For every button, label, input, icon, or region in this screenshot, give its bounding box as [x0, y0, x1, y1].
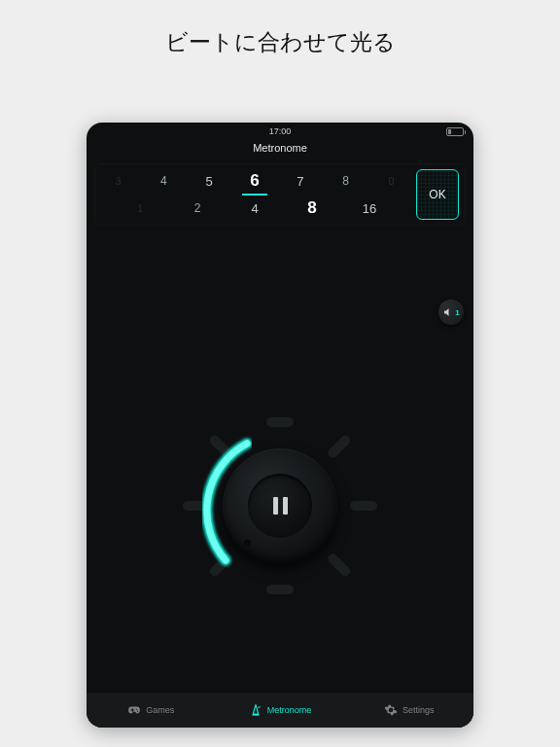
tab-settings[interactable]: Settings — [344, 693, 473, 728]
ok-button[interactable]: OK — [416, 169, 459, 220]
tab-games[interactable]: Games — [87, 693, 216, 728]
numerator-option[interactable]: 0 — [368, 176, 414, 187]
fraction-divider — [242, 194, 267, 196]
denominator-option[interactable]: 16 — [341, 201, 399, 216]
numerator-row[interactable]: 3 4 5 6 7 8 0 — [95, 170, 414, 192]
tab-label: Settings — [402, 705, 435, 715]
sound-count: 1 — [455, 308, 459, 317]
numerator-option[interactable]: 8 — [323, 174, 368, 188]
denominator-option[interactable]: 4 — [226, 201, 283, 216]
tab-metronome[interactable]: Metronome — [216, 693, 345, 728]
tab-bar: Games Metronome Settings — [87, 692, 473, 728]
gamepad-icon — [127, 703, 141, 717]
metronome-icon — [249, 703, 262, 717]
dial-knob[interactable] — [223, 448, 337, 563]
tempo-dial[interactable] — [189, 414, 371, 597]
gear-icon — [384, 703, 398, 717]
numerator-option[interactable]: 7 — [277, 174, 323, 189]
numerator-selected[interactable]: 6 — [232, 171, 278, 191]
denominator-row[interactable]: 1 2 4 8 16 — [95, 197, 414, 219]
battery-icon — [446, 127, 464, 136]
denominator-option[interactable]: 1 — [111, 203, 168, 214]
tab-label: Games — [146, 705, 174, 715]
time-signature-panel: 3 4 5 6 7 8 0 1 2 4 8 16 OK — [94, 163, 466, 226]
denominator-option[interactable]: 2 — [168, 201, 226, 215]
device-frame: 17:00 Metronome 3 4 5 6 7 8 0 1 2 4 8 16 — [87, 123, 473, 728]
sound-select-button[interactable]: 1 — [438, 300, 464, 325]
pause-icon — [273, 497, 288, 515]
play-pause-button[interactable] — [248, 474, 312, 538]
numerator-option[interactable]: 3 — [95, 176, 141, 187]
speaker-icon — [442, 306, 454, 318]
numerator-option[interactable]: 5 — [187, 174, 232, 189]
status-bar: 17:00 — [87, 123, 473, 140]
time-signature-picker[interactable]: 3 4 5 6 7 8 0 1 2 4 8 16 — [95, 164, 414, 225]
knob-indicator-dot — [244, 540, 251, 547]
tab-label: Metronome — [267, 705, 312, 715]
numerator-option[interactable]: 4 — [141, 174, 187, 188]
status-time: 17:00 — [269, 126, 292, 136]
denominator-selected[interactable]: 8 — [284, 198, 341, 218]
app-title: Metronome — [87, 140, 473, 160]
page-headline: ビートに合わせて光る — [0, 0, 560, 65]
